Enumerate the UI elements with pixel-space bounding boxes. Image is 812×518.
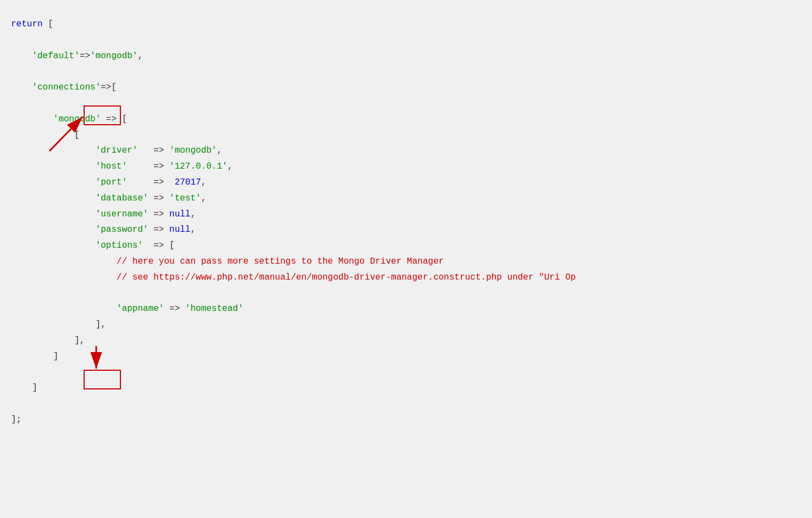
code-line-7: 'mongodb' => [ [11,112,801,127]
punct-arrow-2: =>[ [101,82,117,92]
code-line-blank-4 [11,286,801,302]
num-port: 27017 [175,177,201,187]
code-line-blank-5 [11,365,801,381]
keyword-return: return [11,19,43,29]
code-line-16: // here you can pass more settings to th… [11,254,801,270]
punct-spaces-3: => [127,177,174,187]
punct-bracket: [ [43,19,53,29]
code-line-9: 'driver' => 'mongodb', [11,143,801,159]
punct-comma-1: , [137,51,143,61]
code-line-22: ] [11,349,801,365]
punct-comma-2: , [217,146,222,155]
punct-comma-6: , [190,209,196,219]
bracket-close-highlighted: ], [74,336,85,346]
code-line-blank-1 [11,32,801,48]
str-options: 'options' [96,241,143,250]
punct-spaces-4: => [148,193,169,203]
comment-1: // here you can pass more settings to th… [117,257,444,266]
code-line-17: // see https://www.php.net/manual/en/mon… [11,270,801,286]
code-line-blank-2 [11,64,801,80]
punct-spaces-7: => [ [143,241,175,250]
code-line-blank-6 [11,396,801,412]
str-default: 'default' [32,51,79,61]
punct-close-return: ]; [11,415,21,425]
punct-spaces-2: => [127,161,169,171]
code-line-blank-3 [11,96,801,112]
punct-comma-7: , [190,225,196,235]
str-password: 'password' [96,225,148,235]
code-line-13: 'username' => null, [11,207,801,222]
punct-arrow-1: => [80,51,90,61]
punct-spaces-5: => [148,209,169,219]
punct-spaces-6: => [148,225,169,235]
punct-comma-5: , [201,193,207,203]
code-line-15: 'options' => [ [11,238,801,254]
str-test: 'test' [169,193,201,203]
str-connections: 'connections' [32,82,101,92]
punct-comma-3: , [228,161,233,171]
str-host: 'host' [96,161,128,171]
code-line-1: return [ [11,16,801,32]
highlight-box-2 [84,370,121,389]
str-ip: '127.0.0.1' [169,161,228,171]
punct-close-connections: ] [32,383,37,393]
punct-comma-4: , [201,177,207,187]
code-line-3: 'default'=>'mongodb', [11,48,801,64]
punct-spaces-1: => [137,146,169,155]
code-line-14: 'password' => null, [11,222,801,238]
str-database: 'database' [96,193,148,203]
str-mongodb-1: 'mongodb' [90,51,137,61]
code-line-10: 'host' => '127.0.0.1', [11,159,801,175]
punct-close-options: ], [96,320,106,330]
punct-close-mongodb: ] [53,352,59,361]
code-line-11: 'port' => 27017, [11,175,801,191]
str-mongodb-val: 'mongodb' [169,146,217,155]
code-line-24: ] [11,380,801,396]
code-line-12: 'database' => 'test', [11,191,801,207]
val-null-1: null [169,209,190,219]
punct-spaces-8: => [164,304,185,314]
code-line-5: 'connections'=>[ [11,80,801,96]
comment-2: // see https://www.php.net/manual/en/mon… [117,272,576,282]
str-homestead: 'homestead' [185,304,244,314]
str-port: 'port' [96,177,128,187]
bracket-open-highlighted: [ [74,130,80,140]
val-null-2: null [169,225,190,235]
str-username: 'username' [96,209,148,219]
code-line-26: ]; [11,412,801,428]
code-container: return [ 'default'=>'mongodb', 'connecti… [0,0,812,444]
str-appname: 'appname' [117,304,164,314]
str-driver: 'driver' [96,146,138,155]
code-line-8: [ [11,127,801,143]
highlight-box-1 [84,105,121,125]
code-line-19: 'appname' => 'homestead' [11,301,801,317]
code-line-20: ], [11,317,801,333]
code-line-21: ], [11,333,801,349]
